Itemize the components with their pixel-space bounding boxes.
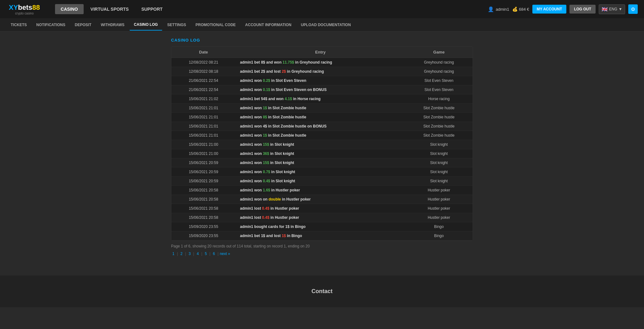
page-2-link[interactable]: 2 xyxy=(179,251,184,257)
row-date: 15/06/2021 21:01 xyxy=(171,131,236,140)
table-row: 21/06/2021 22:54admin1 won 0.2$ in Slot … xyxy=(171,76,473,85)
table-row: 15/06/2021 20:58admin1 lost 0.4$ in Hust… xyxy=(171,213,473,222)
row-game: Hustler poker xyxy=(405,195,473,204)
main-nav: CASINO VIRTUAL SPORTS SUPPORT xyxy=(55,4,168,14)
entry-mid: in xyxy=(286,69,291,74)
subnav-settings[interactable]: SETTINGS xyxy=(163,20,191,30)
table-row: 15/06/2021 20:59admin1 won 15$ in Slot k… xyxy=(171,158,473,167)
entry-text: admin1 won xyxy=(240,142,263,147)
entry-text: admin1 bet 8$ and won xyxy=(240,60,282,65)
table-row: 15/06/2021 21:02admin1 bet 54$ and won 4… xyxy=(171,94,473,104)
entry-text: admin1 won xyxy=(240,151,263,156)
entry-suffix: on BONUS xyxy=(306,124,327,128)
lang-code: ENG xyxy=(609,7,617,11)
entry-text: admin1 bet 2$ and lost xyxy=(240,69,282,74)
row-entry: admin1 bet 1$ and lost 1$ in Bingo xyxy=(236,231,405,241)
page-1-link[interactable]: 1 xyxy=(171,251,176,257)
header-right: 👤 admin1 💰 684 € MY ACCOUNT LOG OUT 🇬🇧 E… xyxy=(488,4,638,14)
entry-mid: in xyxy=(270,78,275,83)
logo-bets: bets xyxy=(18,3,32,11)
entry-text: admin1 won xyxy=(240,188,263,192)
nav-virtual-sports[interactable]: VIRTUAL SPORTS xyxy=(85,4,135,14)
entry-mid: in xyxy=(267,115,272,119)
row-game: Slot Zombie hustle xyxy=(405,131,473,140)
coin-icon: 💰 xyxy=(512,7,518,12)
settings-button[interactable]: ⚙ xyxy=(628,4,638,14)
my-account-button[interactable]: MY ACCOUNT xyxy=(532,5,567,14)
entry-game-link: Slot Even Steven xyxy=(276,88,306,92)
entry-mid: in xyxy=(269,215,275,220)
entry-game-link: Hustler poker xyxy=(275,215,299,220)
entry-game-link: Hustler poker xyxy=(276,188,300,192)
section-title: CASINO LOG xyxy=(171,38,473,43)
entry-value: 0.4$ xyxy=(262,206,269,211)
nav-casino[interactable]: CASINO xyxy=(55,4,83,14)
entry-value: 1$ xyxy=(263,106,267,110)
row-entry: admin1 won 1$ in Slot Zombie hustle xyxy=(236,104,405,113)
entry-mid: in xyxy=(294,60,299,65)
entry-text: admin1 bought cards for 1$ in xyxy=(240,224,295,229)
subnav-upload-documentation[interactable]: UPLOAD DOCUMENTATION xyxy=(297,20,355,30)
subnav-tickets[interactable]: TICKETS xyxy=(6,20,31,30)
logout-button[interactable]: LOG OUT xyxy=(569,5,596,14)
row-game: Bingo xyxy=(405,231,473,241)
chevron-down-icon: ▼ xyxy=(619,7,622,11)
row-date: 12/08/2022 08:18 xyxy=(171,67,236,76)
row-entry: admin1 won 0.1$ in Slot Even Steven on B… xyxy=(236,85,405,94)
entry-mid: in xyxy=(269,206,275,211)
row-date: 15/06/2021 21:00 xyxy=(171,149,236,158)
row-date: 12/08/2022 08:21 xyxy=(171,58,236,67)
table-row: 21/06/2021 22:54admin1 won 0.1$ in Slot … xyxy=(171,85,473,94)
logo-88: 88 xyxy=(32,3,40,11)
entry-game-link: Hustler poker xyxy=(275,206,299,211)
row-entry: admin1 won 0.2$ in Slot Even Steven xyxy=(236,76,405,85)
entry-mid: in xyxy=(292,97,297,101)
row-game: Slot knight xyxy=(405,167,473,177)
language-selector[interactable]: 🇬🇧 ENG ▼ xyxy=(599,4,625,14)
subnav-casino-log[interactable]: CASINO LOG xyxy=(130,19,162,31)
logo-sub: crypto casino xyxy=(9,12,40,15)
page-3-link[interactable]: 3 xyxy=(187,251,192,257)
row-date: 21/06/2021 22:54 xyxy=(171,76,236,85)
table-row: 12/08/2022 08:21admin1 bet 8$ and won 11… xyxy=(171,58,473,67)
row-game: Greyhound racing xyxy=(405,67,473,76)
entry-text: admin1 won xyxy=(240,170,263,174)
entry-value: 4.1$ xyxy=(285,97,292,101)
row-game: Slot Zombie hustle xyxy=(405,104,473,113)
entry-value: 1$ xyxy=(282,234,286,238)
pagination-next[interactable]: next » xyxy=(220,252,230,256)
subnav-withdraws[interactable]: WITHDRAWS xyxy=(96,20,129,30)
nav-support[interactable]: SUPPORT xyxy=(136,4,168,14)
table-row: 15/06/2021 20:58admin1 lost 0.4$ in Hust… xyxy=(171,204,473,213)
table-row: 15/06/2021 21:01admin1 won 8$ in Slot Zo… xyxy=(171,113,473,122)
logo-area: XYbets88 crypto casino CASINO VIRTUAL SP… xyxy=(6,2,168,16)
logo[interactable]: XYbets88 crypto casino xyxy=(6,2,42,16)
entry-game-link: Slot knight xyxy=(275,161,294,165)
row-game: Slot Even Steven xyxy=(405,85,473,94)
subnav-account-information[interactable]: ACCOUNT INFORMATION xyxy=(241,20,296,30)
table-row: 15/06/2021 21:00admin1 won 15$ in Slot k… xyxy=(171,140,473,149)
pagination-info: Page 1 of 6, showing 20 records out of 1… xyxy=(171,244,473,248)
col-date: Date xyxy=(171,47,236,58)
entry-text: admin1 won xyxy=(240,78,263,83)
page-6-link[interactable]: 6 xyxy=(212,251,216,257)
subnav-notifications[interactable]: NOTIFICATIONS xyxy=(32,20,69,30)
page-4-link[interactable]: 4 xyxy=(195,251,200,257)
subnav-deposit[interactable]: DEPOSIT xyxy=(70,20,96,30)
entry-mid: in xyxy=(269,151,275,156)
table-row: 15/06/2021 20:59admin1 won 0.7$ in Slot … xyxy=(171,167,473,177)
row-date: 15/06/2021 20:59 xyxy=(171,177,236,186)
row-date: 15/06/2021 20:58 xyxy=(171,204,236,213)
row-game: Slot knight xyxy=(405,158,473,167)
entry-game-link: Slot knight xyxy=(275,151,294,156)
subnav-promotional-code[interactable]: PROMOTIONAL CODE xyxy=(191,20,240,30)
entry-mid: in xyxy=(270,179,275,183)
page-5-link[interactable]: 5 xyxy=(203,251,208,257)
row-date: 15/06/2021 21:01 xyxy=(171,113,236,122)
entry-value: 11.75$ xyxy=(283,60,294,65)
row-entry: admin1 won 8$ in Slot Zombie hustle xyxy=(236,113,405,122)
entry-game-link: Bingo xyxy=(291,234,302,238)
table-row: 15/06/2021 21:01admin1 won 1$ in Slot Zo… xyxy=(171,104,473,113)
entry-value: 0.4$ xyxy=(263,179,270,183)
row-entry: admin1 won 36$ in Slot knight xyxy=(236,149,405,158)
